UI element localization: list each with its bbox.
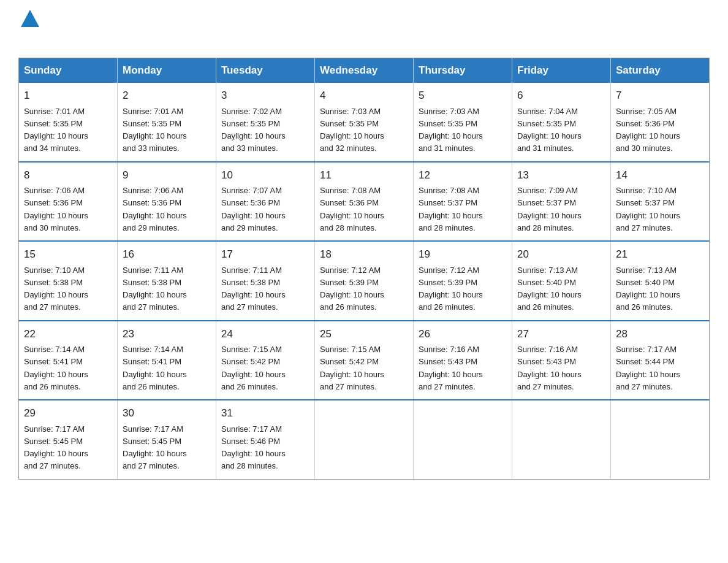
calendar-cell: 30 Sunrise: 7:17 AM Sunset: 5:45 PM Dayl… [118, 400, 216, 479]
day-number: 19 [419, 247, 507, 262]
day-info: Sunrise: 7:12 AM Sunset: 5:39 PM Dayligh… [320, 266, 384, 312]
calendar-cell: 9 Sunrise: 7:06 AM Sunset: 5:36 PM Dayli… [118, 162, 216, 242]
day-info: Sunrise: 7:11 AM Sunset: 5:38 PM Dayligh… [123, 266, 187, 312]
calendar-week-row: 15 Sunrise: 7:10 AM Sunset: 5:38 PM Dayl… [19, 241, 710, 321]
calendar-cell: 21 Sunrise: 7:13 AM Sunset: 5:40 PM Dayl… [611, 241, 710, 321]
day-number: 18 [320, 247, 408, 262]
calendar-cell: 14 Sunrise: 7:10 AM Sunset: 5:37 PM Dayl… [611, 162, 710, 242]
calendar-cell: 12 Sunrise: 7:08 AM Sunset: 5:37 PM Dayl… [414, 162, 512, 242]
calendar-cell: 1 Sunrise: 7:01 AM Sunset: 5:35 PM Dayli… [19, 83, 118, 162]
day-info: Sunrise: 7:03 AM Sunset: 5:35 PM Dayligh… [419, 107, 483, 153]
calendar-cell: 11 Sunrise: 7:08 AM Sunset: 5:36 PM Dayl… [315, 162, 414, 242]
day-number: 17 [221, 247, 309, 262]
day-number: 2 [123, 88, 211, 104]
day-number: 9 [123, 167, 211, 183]
day-number: 6 [517, 88, 605, 104]
day-info: Sunrise: 7:17 AM Sunset: 5:45 PM Dayligh… [24, 424, 88, 471]
calendar-cell: 31 Sunrise: 7:17 AM Sunset: 5:46 PM Dayl… [216, 400, 315, 479]
calendar-cell [512, 400, 611, 479]
calendar-cell: 19 Sunrise: 7:12 AM Sunset: 5:39 PM Dayl… [414, 241, 512, 321]
calendar-cell: 2 Sunrise: 7:01 AM Sunset: 5:35 PM Dayli… [118, 83, 216, 162]
logo-arrow-icon [21, 10, 39, 27]
calendar-cell: 28 Sunrise: 7:17 AM Sunset: 5:44 PM Dayl… [611, 321, 710, 400]
day-number: 16 [123, 247, 211, 262]
day-info: Sunrise: 7:02 AM Sunset: 5:35 PM Dayligh… [221, 107, 286, 153]
day-number: 15 [24, 247, 112, 262]
day-number: 29 [24, 405, 112, 421]
calendar-cell: 22 Sunrise: 7:14 AM Sunset: 5:41 PM Dayl… [19, 321, 118, 400]
calendar-cell: 16 Sunrise: 7:11 AM Sunset: 5:38 PM Dayl… [118, 241, 216, 321]
day-number: 4 [320, 88, 408, 104]
day-info: Sunrise: 7:16 AM Sunset: 5:43 PM Dayligh… [517, 345, 582, 391]
calendar-cell: 24 Sunrise: 7:15 AM Sunset: 5:42 PM Dayl… [216, 321, 315, 400]
day-number: 8 [24, 167, 112, 183]
calendar-cell: 18 Sunrise: 7:12 AM Sunset: 5:39 PM Dayl… [315, 241, 414, 321]
day-number: 7 [616, 88, 704, 104]
calendar-week-row: 1 Sunrise: 7:01 AM Sunset: 5:35 PM Dayli… [19, 83, 710, 162]
calendar-cell: 3 Sunrise: 7:02 AM Sunset: 5:35 PM Dayli… [216, 83, 315, 162]
calendar-cell: 4 Sunrise: 7:03 AM Sunset: 5:35 PM Dayli… [315, 83, 414, 162]
calendar-cell: 5 Sunrise: 7:03 AM Sunset: 5:35 PM Dayli… [414, 83, 512, 162]
day-info: Sunrise: 7:06 AM Sunset: 5:36 PM Dayligh… [123, 186, 187, 232]
calendar-cell [315, 400, 414, 479]
day-info: Sunrise: 7:15 AM Sunset: 5:42 PM Dayligh… [320, 345, 384, 391]
calendar-cell: 17 Sunrise: 7:11 AM Sunset: 5:38 PM Dayl… [216, 241, 315, 321]
day-info: Sunrise: 7:15 AM Sunset: 5:42 PM Dayligh… [221, 345, 286, 391]
day-info: Sunrise: 7:17 AM Sunset: 5:46 PM Dayligh… [221, 424, 286, 471]
day-number: 27 [517, 326, 605, 342]
day-number: 13 [517, 167, 605, 183]
calendar-cell: 26 Sunrise: 7:16 AM Sunset: 5:43 PM Dayl… [414, 321, 512, 400]
calendar-week-row: 8 Sunrise: 7:06 AM Sunset: 5:36 PM Dayli… [19, 162, 710, 242]
calendar-cell: 20 Sunrise: 7:13 AM Sunset: 5:40 PM Dayl… [512, 241, 611, 321]
day-info: Sunrise: 7:08 AM Sunset: 5:37 PM Dayligh… [419, 186, 483, 232]
day-info: Sunrise: 7:14 AM Sunset: 5:41 PM Dayligh… [24, 345, 88, 391]
calendar-cell [414, 400, 512, 479]
day-number: 10 [221, 167, 309, 183]
day-info: Sunrise: 7:01 AM Sunset: 5:35 PM Dayligh… [123, 107, 187, 153]
day-info: Sunrise: 7:13 AM Sunset: 5:40 PM Dayligh… [517, 266, 582, 312]
day-info: Sunrise: 7:11 AM Sunset: 5:38 PM Dayligh… [221, 266, 286, 312]
calendar-cell: 8 Sunrise: 7:06 AM Sunset: 5:36 PM Dayli… [19, 162, 118, 242]
day-info: Sunrise: 7:17 AM Sunset: 5:45 PM Dayligh… [123, 424, 187, 471]
day-number: 11 [320, 167, 408, 183]
day-number: 5 [419, 88, 507, 104]
weekday-header-tuesday: Tuesday [216, 58, 315, 83]
page-header [18, 12, 710, 47]
calendar-cell: 29 Sunrise: 7:17 AM Sunset: 5:45 PM Dayl… [19, 400, 118, 479]
day-number: 12 [419, 167, 507, 183]
day-number: 21 [616, 247, 704, 262]
day-info: Sunrise: 7:10 AM Sunset: 5:37 PM Dayligh… [616, 186, 680, 232]
day-info: Sunrise: 7:14 AM Sunset: 5:41 PM Dayligh… [123, 345, 187, 391]
weekday-header-wednesday: Wednesday [315, 58, 414, 83]
calendar-cell: 27 Sunrise: 7:16 AM Sunset: 5:43 PM Dayl… [512, 321, 611, 400]
day-info: Sunrise: 7:09 AM Sunset: 5:37 PM Dayligh… [517, 186, 582, 232]
day-info: Sunrise: 7:01 AM Sunset: 5:35 PM Dayligh… [24, 107, 88, 153]
day-number: 25 [320, 326, 408, 342]
day-number: 14 [616, 167, 704, 183]
day-info: Sunrise: 7:13 AM Sunset: 5:40 PM Dayligh… [616, 266, 680, 312]
calendar-table: SundayMondayTuesdayWednesdayThursdayFrid… [18, 58, 710, 480]
calendar-cell: 13 Sunrise: 7:09 AM Sunset: 5:37 PM Dayl… [512, 162, 611, 242]
calendar-week-row: 22 Sunrise: 7:14 AM Sunset: 5:41 PM Dayl… [19, 321, 710, 400]
day-info: Sunrise: 7:10 AM Sunset: 5:38 PM Dayligh… [24, 266, 88, 312]
day-number: 1 [24, 88, 112, 104]
day-info: Sunrise: 7:04 AM Sunset: 5:35 PM Dayligh… [517, 107, 582, 153]
day-number: 24 [221, 326, 309, 342]
calendar-cell: 10 Sunrise: 7:07 AM Sunset: 5:36 PM Dayl… [216, 162, 315, 242]
day-number: 23 [123, 326, 211, 342]
day-info: Sunrise: 7:17 AM Sunset: 5:44 PM Dayligh… [616, 345, 680, 391]
calendar-cell: 7 Sunrise: 7:05 AM Sunset: 5:36 PM Dayli… [611, 83, 710, 162]
day-number: 26 [419, 326, 507, 342]
day-number: 20 [517, 247, 605, 262]
weekday-header-row: SundayMondayTuesdayWednesdayThursdayFrid… [19, 58, 710, 83]
day-info: Sunrise: 7:07 AM Sunset: 5:36 PM Dayligh… [221, 186, 286, 232]
day-info: Sunrise: 7:06 AM Sunset: 5:36 PM Dayligh… [24, 186, 88, 232]
calendar-cell: 25 Sunrise: 7:15 AM Sunset: 5:42 PM Dayl… [315, 321, 414, 400]
day-info: Sunrise: 7:05 AM Sunset: 5:36 PM Dayligh… [616, 107, 680, 153]
svg-marker-0 [21, 10, 39, 27]
calendar-cell: 23 Sunrise: 7:14 AM Sunset: 5:41 PM Dayl… [118, 321, 216, 400]
day-number: 28 [616, 326, 704, 342]
day-info: Sunrise: 7:16 AM Sunset: 5:43 PM Dayligh… [419, 345, 483, 391]
day-number: 22 [24, 326, 112, 342]
calendar-cell: 6 Sunrise: 7:04 AM Sunset: 5:35 PM Dayli… [512, 83, 611, 162]
